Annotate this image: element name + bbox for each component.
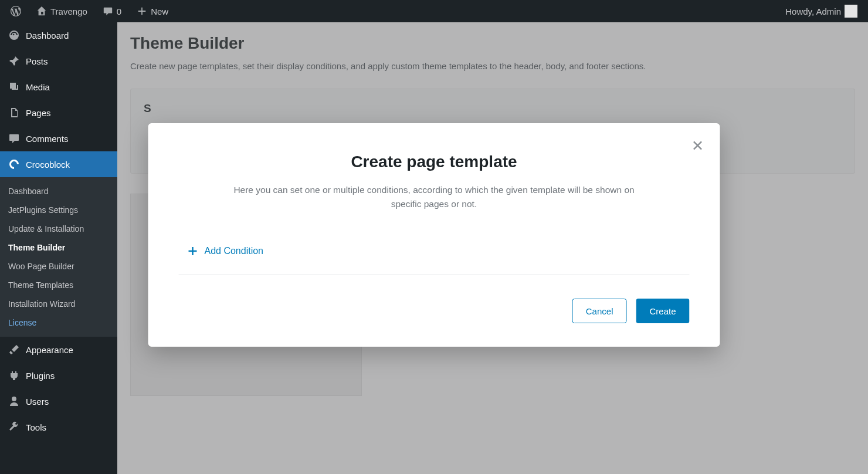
comment-icon xyxy=(103,6,113,16)
home-icon xyxy=(36,6,47,16)
comments-link[interactable]: 0 xyxy=(97,0,127,22)
sidebar-item-label: Comments xyxy=(26,134,69,144)
comments-icon xyxy=(8,133,20,144)
brush-icon xyxy=(8,344,20,356)
new-label: New xyxy=(151,6,168,16)
cancel-button[interactable]: Cancel xyxy=(572,299,627,323)
add-condition-label: Add Condition xyxy=(205,246,264,256)
sidebar-item-appearance[interactable]: Appearance xyxy=(0,337,117,363)
pin-icon xyxy=(8,55,20,67)
plus-icon xyxy=(187,245,199,257)
site-name: Travengo xyxy=(50,6,87,16)
admin-bar: Travengo 0 New Howdy, Admin xyxy=(0,0,868,22)
sidebar-item-plugins[interactable]: Plugins xyxy=(0,363,117,388)
wordpress-icon xyxy=(11,6,21,16)
new-link[interactable]: New xyxy=(131,0,174,22)
sidebar-item-comments[interactable]: Comments xyxy=(0,126,117,151)
site-link[interactable]: Travengo xyxy=(30,0,93,22)
sidebar-item-crocoblock[interactable]: Crocoblock xyxy=(0,151,117,177)
sub-installation-wizard[interactable]: Installation Wizard xyxy=(0,294,117,313)
sidebar-item-label: Media xyxy=(26,82,50,92)
sidebar-item-label: Users xyxy=(26,397,49,407)
create-button[interactable]: Create xyxy=(636,299,689,323)
close-button[interactable] xyxy=(690,137,706,154)
sub-theme-builder[interactable]: Theme Builder xyxy=(0,238,117,257)
admin-bar-left: Travengo 0 New xyxy=(5,0,174,22)
sidebar-item-label: Crocoblock xyxy=(26,160,70,170)
create-template-modal: Create page template Here you can set on… xyxy=(148,123,720,347)
sidebar-item-label: Appearance xyxy=(26,345,73,355)
dashboard-icon xyxy=(8,29,20,41)
sub-jetplugins[interactable]: JetPlugins Settings xyxy=(0,201,117,219)
admin-sidebar: Dashboard Posts Media Pages Comments Cro… xyxy=(0,22,117,474)
pages-icon xyxy=(8,107,20,118)
modal-title: Create page template xyxy=(179,153,690,171)
sidebar-item-label: Tools xyxy=(26,422,46,432)
wrench-icon xyxy=(8,421,20,433)
sidebar-item-label: Plugins xyxy=(26,371,55,381)
wp-logo[interactable] xyxy=(5,0,27,22)
modal-actions: Cancel Create xyxy=(179,299,690,323)
howdy-link[interactable]: Howdy, Admin xyxy=(779,0,863,22)
sidebar-item-label: Posts xyxy=(26,56,48,66)
crocoblock-icon xyxy=(8,158,20,170)
plug-icon xyxy=(8,370,20,381)
media-icon xyxy=(8,81,20,93)
sidebar-item-media[interactable]: Media xyxy=(0,74,117,100)
sub-update[interactable]: Update & Installation xyxy=(0,219,117,238)
sidebar-item-posts[interactable]: Posts xyxy=(0,48,117,74)
admin-bar-right: Howdy, Admin xyxy=(779,0,863,22)
close-icon xyxy=(691,139,704,152)
avatar xyxy=(845,5,857,18)
sidebar-item-label: Pages xyxy=(26,108,51,118)
sub-woo-page-builder[interactable]: Woo Page Builder xyxy=(0,257,117,276)
sub-license[interactable]: License xyxy=(0,313,117,332)
modal-description: Here you can set one or multiple conditi… xyxy=(223,183,645,211)
sidebar-item-label: Dashboard xyxy=(26,31,69,40)
divider xyxy=(179,275,690,275)
sub-theme-templates[interactable]: Theme Templates xyxy=(0,276,117,294)
sub-dashboard[interactable]: Dashboard xyxy=(0,182,117,201)
sidebar-item-tools[interactable]: Tools xyxy=(0,414,117,440)
sidebar-item-pages[interactable]: Pages xyxy=(0,100,117,126)
comments-count: 0 xyxy=(117,6,121,16)
sidebar-item-users[interactable]: Users xyxy=(0,388,117,414)
sidebar-submenu: Dashboard JetPlugins Settings Update & I… xyxy=(0,177,117,337)
add-condition-button[interactable]: Add Condition xyxy=(187,245,690,257)
plus-icon xyxy=(137,6,147,16)
user-icon xyxy=(8,395,20,407)
sidebar-item-dashboard[interactable]: Dashboard xyxy=(0,22,117,48)
howdy-text: Howdy, Admin xyxy=(785,6,841,16)
